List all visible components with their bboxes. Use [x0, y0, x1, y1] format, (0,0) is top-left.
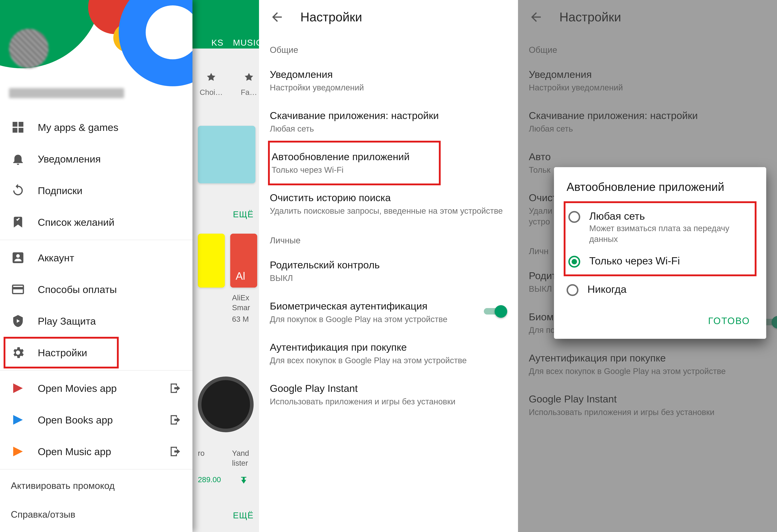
- setting-secondary: Любая сеть: [270, 123, 507, 134]
- drawer-item-payments[interactable]: Способы оплаты: [0, 274, 193, 305]
- section-general: Общие: [259, 34, 518, 60]
- radio-label: Никогда: [587, 283, 627, 295]
- radio-label: Только через Wi-Fi: [589, 255, 680, 267]
- drawer-item-play-protect[interactable]: Play Защита: [0, 305, 193, 337]
- navigation-drawer: Энакин Скайуокер My apps & games Уведомл…: [0, 0, 193, 532]
- store-more-link-1[interactable]: ЕЩЁ: [233, 210, 254, 219]
- chip-label: Fa…: [241, 88, 257, 97]
- drawer-item-label: Настройки: [38, 347, 108, 359]
- store-app-card-snapchat[interactable]: [198, 234, 225, 288]
- store-tab-music[interactable]: MUSIC: [233, 38, 259, 48]
- setting-play-instant[interactable]: Google Play Instant Использовать приложе…: [259, 374, 518, 415]
- chip-label: Choi…: [200, 88, 223, 97]
- refresh-icon: [11, 183, 25, 198]
- setting-download-prefs[interactable]: Скачивание приложения: настройки Любая с…: [259, 101, 518, 143]
- section-personal: Личные: [259, 225, 518, 251]
- setting-notifications[interactable]: Уведомления Настройки уведомлений: [259, 60, 518, 101]
- drawer-item-label: My apps & games: [38, 122, 182, 133]
- decor-circle-blue: [119, 0, 193, 86]
- radio-option-any-network[interactable]: Любая сеть Может взиматься плата за пере…: [568, 205, 752, 250]
- dialog-title: Автообновление приложений: [567, 180, 754, 194]
- drawer-item-label: Open Books app: [38, 414, 169, 426]
- drawer-header: Энакин Скайуокер: [0, 0, 193, 111]
- drawer-item-feedback[interactable]: Справка/отзыв: [0, 500, 193, 529]
- store-app-card-round[interactable]: [198, 377, 254, 432]
- drawer-item-label: Подписки: [38, 185, 182, 196]
- setting-secondary: Для покупок в Google Play на этом устрой…: [270, 314, 477, 325]
- drawer-list: My apps & games Уведомления Подписки Спи…: [0, 111, 193, 532]
- dialog-radio-highlight: Любая сеть Может взиматься плата за пере…: [564, 201, 757, 276]
- setting-autoupdate[interactable]: Автообновление приложений Только через W…: [268, 141, 441, 185]
- bell-icon: [11, 152, 25, 166]
- radio-sublabel: Может взиматься плата за передачу данных: [589, 223, 752, 245]
- radio-option-wifi-only[interactable]: Только через Wi-Fi: [568, 250, 752, 273]
- setting-primary: Уведомления: [270, 69, 507, 80]
- setting-secondary: Для всех покупок в Google Play на этом у…: [270, 355, 507, 366]
- store-app-ro: ro: [198, 448, 205, 458]
- install-icon: [239, 476, 248, 484]
- open-external-icon: [169, 445, 182, 458]
- drawer-item-promocode[interactable]: Активировать промокод: [0, 471, 193, 500]
- drawer-item-my-apps[interactable]: My apps & games: [0, 111, 193, 143]
- store-tab-ks[interactable]: KS: [211, 38, 224, 48]
- drawer-item-account[interactable]: Аккаунт: [0, 242, 193, 274]
- drawer-item-open-music[interactable]: Open Music app: [0, 436, 193, 467]
- gear-icon: [11, 346, 25, 360]
- divider: [0, 469, 193, 470]
- toggle-knob: [494, 305, 507, 318]
- shield-icon: [11, 314, 25, 328]
- settings-header: Настройки: [259, 0, 518, 34]
- drawer-item-label: Способы оплаты: [38, 284, 182, 295]
- back-arrow-icon[interactable]: [270, 10, 284, 24]
- setting-auth-purchase[interactable]: Аутентификация при покупке Для всех поку…: [259, 333, 518, 374]
- drawer-item-label: Активировать промокод: [11, 480, 115, 491]
- setting-primary: Аутентификация при покупке: [270, 341, 507, 353]
- radio-option-never[interactable]: Никогда: [567, 278, 754, 301]
- store-more-link-2[interactable]: ЕЩЁ: [233, 510, 254, 520]
- setting-primary: Родительский контроль: [270, 259, 507, 271]
- drawer-item-label: Open Music app: [38, 446, 169, 457]
- biometric-toggle[interactable]: [484, 306, 507, 316]
- drawer-item-notifications[interactable]: Уведомления: [0, 143, 193, 175]
- store-app-label-1: AliEx Smar 63 M: [232, 293, 250, 324]
- radio-icon: [568, 211, 580, 223]
- setting-secondary: Удалить поисковые запросы, введенные на …: [270, 206, 507, 217]
- panel-settings: Настройки Общие Уведомления Настройки ув…: [259, 0, 518, 532]
- drawer-item-subscriptions[interactable]: Подписки: [0, 175, 193, 206]
- store-chip-editors-choice[interactable]: Choi…: [200, 72, 223, 97]
- apps-grid-icon: [11, 120, 25, 134]
- drawer-item-label: Список желаний: [38, 217, 182, 228]
- avatar[interactable]: [9, 29, 48, 68]
- store-app-card-aliexpress[interactable]: Al: [230, 234, 257, 288]
- open-external-icon: [169, 382, 182, 395]
- divider: [0, 370, 193, 371]
- play-movies-icon: [11, 381, 25, 395]
- divider: [0, 240, 193, 240]
- store-chip-family[interactable]: Fa…: [241, 72, 257, 97]
- drawer-item-settings[interactable]: Настройки: [4, 337, 119, 369]
- setting-clear-search[interactable]: Очистить историю поиска Удалить поисковы…: [259, 183, 518, 225]
- bookmark-icon: [11, 215, 25, 229]
- drawer-item-label: Аккаунт: [38, 252, 182, 264]
- dialog-done-button[interactable]: ГОТОВО: [704, 310, 754, 331]
- setting-primary: Очистить историю поиска: [270, 192, 507, 204]
- setting-secondary: Только через Wi-Fi: [271, 165, 437, 175]
- drawer-item-open-books[interactable]: Open Books app: [0, 404, 193, 436]
- store-card-promo[interactable]: [198, 126, 255, 183]
- setting-parental[interactable]: Родительский контроль ВЫКЛ: [259, 251, 518, 292]
- setting-primary: Google Play Instant: [270, 383, 507, 394]
- drawer-item-open-movies[interactable]: Open Movies app: [0, 372, 193, 404]
- setting-primary: Скачивание приложения: настройки: [270, 110, 507, 121]
- store-app-label-2: Yand lister: [232, 448, 249, 468]
- award-icon: [205, 72, 217, 85]
- play-books-icon: [11, 413, 25, 427]
- settings-title: Настройки: [300, 10, 362, 24]
- drawer-item-wishlist[interactable]: Список желаний: [0, 206, 193, 238]
- autoupdate-dialog: Автообновление приложений Любая сеть Мож…: [554, 167, 766, 339]
- radio-icon: [568, 256, 580, 268]
- person-icon: [11, 251, 25, 265]
- panel-drawer: KS MUSIC Choi… Fa… ЕЩЁ Al AliEx Smar: [0, 0, 259, 532]
- user-email-blurred: [9, 88, 124, 98]
- setting-biometric[interactable]: Биометрическая аутентификация Для покупо…: [259, 292, 518, 333]
- open-external-icon: [169, 414, 182, 426]
